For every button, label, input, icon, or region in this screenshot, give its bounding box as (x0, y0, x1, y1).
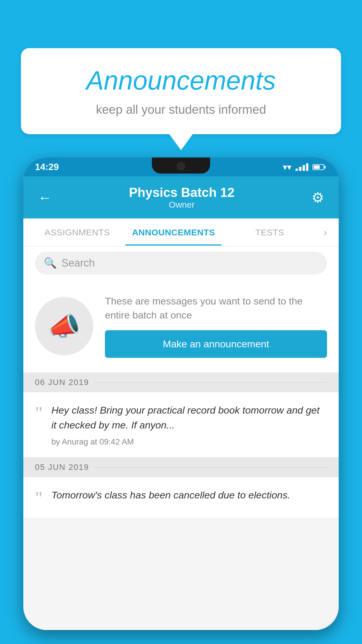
make-announcement-button[interactable]: Make an announcement (105, 330, 327, 358)
wifi-icon: ▾▾ (283, 162, 291, 172)
back-button[interactable]: ← (38, 190, 52, 206)
speech-bubble: Announcements keep all your students inf… (21, 48, 341, 134)
announcement-item-2[interactable]: " Tomorrow's class has been cancelled du… (23, 477, 339, 518)
date-1-text: 06 JUN 2019 (35, 378, 89, 387)
search-icon: 🔍 (44, 257, 57, 269)
date-separator-line-2 (94, 467, 327, 468)
announcement-text-group-2: Tomorrow's class has been cancelled due … (51, 488, 327, 507)
app-header: ← Physics Batch 12 Owner ⚙ (23, 176, 339, 218)
tab-announcements[interactable]: ANNOUNCEMENTS (125, 219, 222, 246)
announcement-text-group-1: Hey class! Bring your practical record b… (51, 403, 327, 447)
empty-state-right: These are messages you want to send to t… (105, 294, 327, 358)
signal-bar-1 (296, 169, 298, 171)
status-time: 14:29 (35, 162, 59, 172)
search-placeholder-text: Search (61, 257, 95, 269)
battery-fill (314, 165, 320, 169)
announcement-icon-circle: 📣 (35, 297, 93, 355)
tab-tests[interactable]: TESTS (222, 219, 318, 246)
phone-mockup: 14:29 ▾▾ ← Phy (23, 158, 339, 630)
announcement-meta-1: by Anurag at 09:42 AM (51, 437, 327, 447)
phone-container: 14:29 ▾▾ ← Phy (23, 158, 339, 644)
tab-assignments[interactable]: ASSIGNMENTS (29, 219, 125, 246)
header-title-group: Physics Batch 12 Owner (129, 185, 235, 210)
announcement-message-2: Tomorrow's class has been cancelled due … (51, 488, 327, 503)
signal-bar-3 (303, 165, 305, 171)
signal-bars-icon (296, 163, 308, 171)
phone-notch (152, 158, 210, 174)
signal-bar-2 (299, 167, 301, 171)
header-subtitle: Owner (129, 200, 235, 210)
status-icons: ▾▾ (283, 162, 324, 172)
speech-bubble-tail (169, 134, 193, 150)
date-separator-1: 06 JUN 2019 (23, 372, 339, 392)
quote-icon-1: " (35, 404, 43, 423)
header-title: Physics Batch 12 (129, 185, 235, 200)
date-separator-2: 05 JUN 2019 (23, 457, 339, 477)
speech-bubble-subtitle: keep all your students informed (44, 103, 318, 117)
phone-camera (177, 162, 185, 170)
announcement-item-1[interactable]: " Hey class! Bring your practical record… (23, 392, 339, 457)
empty-state-section: 📣 These are messages you want to send to… (23, 280, 339, 372)
tab-more[interactable]: › (318, 218, 333, 246)
speech-bubble-container: Announcements keep all your students inf… (21, 48, 341, 150)
battery-icon (312, 164, 324, 170)
search-input-wrapper[interactable]: 🔍 Search (35, 252, 327, 274)
announcement-message-1: Hey class! Bring your practical record b… (51, 403, 327, 433)
tab-bar: ASSIGNMENTS ANNOUNCEMENTS TESTS › (23, 218, 339, 246)
speech-bubble-title: Announcements (44, 66, 318, 96)
settings-icon[interactable]: ⚙ (312, 189, 324, 206)
phone-screen: 14:29 ▾▾ ← Phy (23, 158, 339, 630)
empty-state-description: These are messages you want to send to t… (105, 294, 327, 322)
date-2-text: 05 JUN 2019 (35, 463, 89, 472)
signal-bar-4 (306, 163, 308, 171)
megaphone-icon: 📣 (48, 311, 80, 342)
quote-icon-2: " (35, 489, 43, 508)
search-bar: 🔍 Search (23, 246, 339, 280)
date-separator-line-1 (94, 382, 327, 383)
phone-content: 🔍 Search 📣 These are messages you want t… (23, 246, 339, 630)
